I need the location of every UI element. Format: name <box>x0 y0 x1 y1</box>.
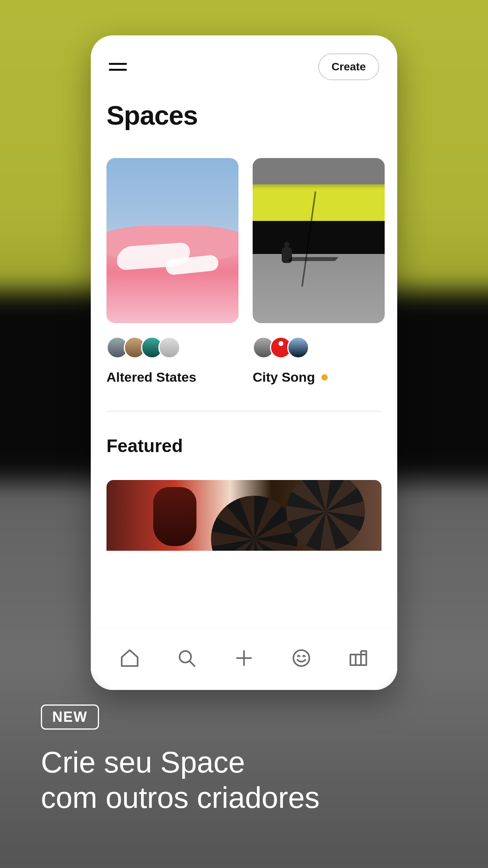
tab-search[interactable] <box>174 646 199 671</box>
page-title: Spaces <box>106 100 382 131</box>
space-thumbnail <box>106 158 238 323</box>
promo-title: Crie seu Space com outros criadores <box>41 745 447 815</box>
svg-point-4 <box>293 650 309 666</box>
section-title-featured: Featured <box>106 435 382 456</box>
space-card-city-song[interactable]: City Song <box>253 158 385 385</box>
svg-point-0 <box>180 651 191 662</box>
spaces-row: Altered States <box>106 158 382 385</box>
plus-icon <box>233 647 255 670</box>
home-icon <box>119 647 140 670</box>
avatar-row <box>253 337 385 359</box>
space-title: Altered States <box>106 370 196 385</box>
tab-spaces[interactable] <box>346 646 371 671</box>
tab-add[interactable] <box>231 646 257 671</box>
divider <box>106 411 382 412</box>
tab-home[interactable] <box>117 646 142 671</box>
featured-thumbnail[interactable] <box>106 480 382 551</box>
menu-icon[interactable] <box>109 61 127 73</box>
tab-activity[interactable] <box>289 646 314 671</box>
phone-frame: Create Spaces A <box>91 35 397 690</box>
space-thumbnail <box>253 158 385 323</box>
avatar-row <box>106 337 238 359</box>
new-badge: NEW <box>41 704 99 730</box>
svg-line-1 <box>190 662 194 666</box>
avatar <box>287 337 309 359</box>
grid-icon <box>348 647 369 670</box>
space-title: City Song <box>253 370 315 385</box>
smile-icon <box>291 647 312 670</box>
app-body: Spaces Altered States <box>91 88 397 627</box>
new-dot-icon <box>321 374 328 381</box>
space-card-altered-states[interactable]: Altered States <box>106 158 238 385</box>
avatar <box>158 337 180 359</box>
app-header: Create <box>91 35 397 88</box>
create-button[interactable]: Create <box>318 53 379 80</box>
svg-rect-5 <box>350 655 367 665</box>
tab-bar <box>91 627 397 690</box>
search-icon <box>176 647 197 670</box>
promo-overlay: NEW Crie seu Space com outros criadores <box>41 704 447 815</box>
